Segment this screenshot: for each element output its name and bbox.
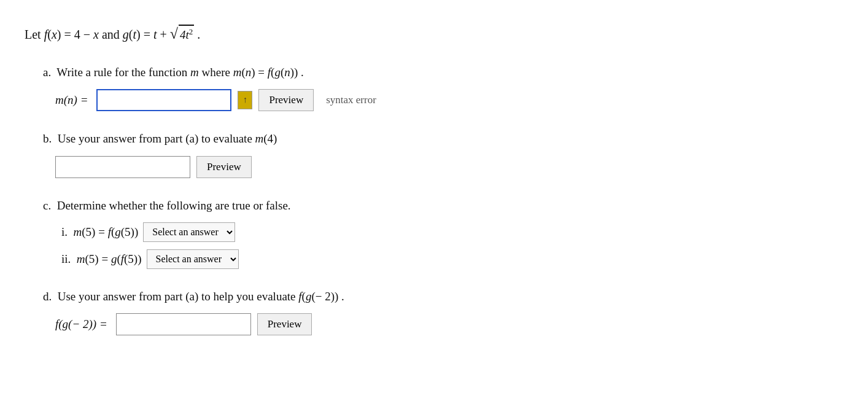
part-a-input-label: m(n) = (55, 93, 88, 107)
part-d-preview-button[interactable]: Preview (257, 313, 312, 335)
part-b: b. Use your answer from part (a) to eval… (25, 130, 577, 178)
part-a-arrow-btn[interactable]: ↑ (238, 91, 252, 109)
part-d-input-label: f(g(− 2)) = (55, 318, 107, 331)
part-a-preview-button[interactable]: Preview (258, 89, 314, 111)
part-a: a. Write a rule for the function m where… (25, 63, 577, 111)
part-a-label: a. Write a rule for the function m where… (43, 63, 577, 82)
part-d-input[interactable] (116, 313, 251, 335)
part-a-syntax-error: syntax error (326, 94, 376, 106)
main-statement: Let f(x) = 4 − x and g(t) = t + √4t2 . (25, 25, 577, 45)
part-c-sub-ii: ii. m(5) = g(f(5)) Select an answer True… (61, 249, 577, 269)
part-d-input-row: f(g(− 2)) = Preview (43, 313, 577, 335)
part-c-i-text: i. m(5) = f(g(5)) (61, 223, 138, 241)
part-a-input-row: m(n) = ↑ Preview syntax error (43, 89, 577, 111)
part-b-preview-button[interactable]: Preview (196, 156, 252, 178)
up-arrow-icon: ↑ (243, 95, 247, 105)
part-c-label: c. Determine whether the following are t… (43, 197, 577, 215)
part-c-sub-parts: i. m(5) = f(g(5)) Select an answer True … (43, 222, 577, 269)
part-b-input[interactable] (55, 156, 190, 178)
problem-container: Let f(x) = 4 − x and g(t) = t + √4t2 . a… (25, 18, 577, 360)
part-c-sub-i: i. m(5) = f(g(5)) Select an answer True … (61, 222, 577, 242)
part-c-ii-select[interactable]: Select an answer True False (147, 249, 239, 269)
f-def: f (44, 28, 48, 41)
part-c-ii-text: ii. m(5) = g(f(5)) (61, 250, 142, 268)
part-d-label: d. Use your answer from part (a) to help… (43, 287, 577, 306)
part-a-input[interactable] (96, 89, 231, 111)
part-b-label: b. Use your answer from part (a) to eval… (43, 130, 577, 148)
part-d: d. Use your answer from part (a) to help… (25, 287, 577, 335)
part-c-i-select[interactable]: Select an answer True False (143, 222, 235, 242)
part-c: c. Determine whether the following are t… (25, 197, 577, 269)
part-b-input-row: Preview (43, 156, 577, 178)
